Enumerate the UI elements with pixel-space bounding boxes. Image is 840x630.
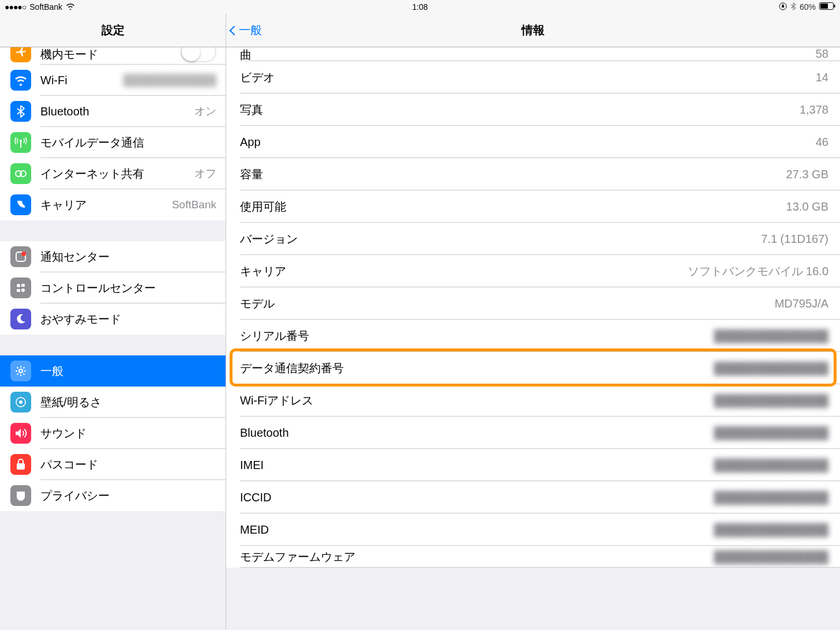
sidebar-item-hotspot[interactable]: インターネット共有オフ xyxy=(0,158,226,189)
back-button[interactable]: 一般 xyxy=(231,22,262,38)
sidebar-item-bluetooth[interactable]: Bluetoothオン xyxy=(0,96,226,127)
detail-value: 58 xyxy=(816,47,828,61)
svg-point-9 xyxy=(21,252,26,256)
svg-rect-13 xyxy=(21,284,25,287)
hotspot-icon xyxy=(10,163,31,184)
sidebar-item-passcode[interactable]: パスコード xyxy=(0,449,226,480)
sidebar-item-label: プライバシー xyxy=(40,488,216,504)
detail-label: シリアル番号 xyxy=(240,328,714,344)
detail-row-meid[interactable]: MEID██████████████ xyxy=(226,513,840,546)
detail-label: データ通信契約番号 xyxy=(240,361,714,376)
sidebar-item-value: ████████████ xyxy=(123,74,216,87)
sidebar-item-cellular[interactable]: モバイルデータ通信 xyxy=(0,127,226,158)
detail-pane: 一般 情報 曲58ビデオ14写真1,378App46容量27.3 GB使用可能1… xyxy=(226,14,840,630)
detail-value: 7.1 (11D167) xyxy=(761,232,828,246)
sidebar-item-value: SoftBank xyxy=(172,198,216,211)
detail-row-photos[interactable]: 写真1,378 xyxy=(226,93,840,126)
detail-row-videos[interactable]: ビデオ14 xyxy=(226,61,840,93)
svg-rect-2 xyxy=(820,3,828,9)
detail-value: ██████████████ xyxy=(714,459,828,472)
carrier-icon xyxy=(10,194,31,215)
detail-row-available[interactable]: 使用可能13.0 GB xyxy=(226,190,840,223)
sidebar-item-carrier[interactable]: キャリアSoftBank xyxy=(0,189,226,220)
detail-value: ██████████████ xyxy=(714,523,828,537)
clock: 1:08 xyxy=(412,2,427,12)
detail-row-version[interactable]: バージョン7.1 (11D167) xyxy=(226,223,840,255)
sidebar-item-notification[interactable]: 通知センター xyxy=(0,241,226,272)
detail-title: 情報 xyxy=(522,22,545,38)
detail-row-capacity[interactable]: 容量27.3 GB xyxy=(226,158,840,190)
detail-label: モデムファームウェア xyxy=(240,549,714,565)
detail-row-bluetooth-addr[interactable]: Bluetooth██████████████ xyxy=(226,417,840,449)
svg-rect-5 xyxy=(20,142,21,148)
detail-row-apps[interactable]: App46 xyxy=(226,126,840,158)
controlcenter-icon xyxy=(10,278,31,298)
svg-rect-12 xyxy=(17,289,20,292)
detail-value: 1,378 xyxy=(800,103,828,117)
sidebar-header: 設定 xyxy=(0,14,226,47)
detail-label: バージョン xyxy=(240,231,761,247)
sidebar-item-controlcenter[interactable]: コントロールセンター xyxy=(0,272,226,303)
detail-value: 13.0 GB xyxy=(786,200,828,213)
battery-icon xyxy=(819,2,835,12)
chevron-left-icon xyxy=(230,25,239,35)
sidebar-item-label: モバイルデータ通信 xyxy=(40,135,216,151)
toggle-switch[interactable] xyxy=(181,47,216,62)
detail-row-serial[interactable]: シリアル番号██████████████ xyxy=(226,320,840,352)
detail-value: ██████████████ xyxy=(714,394,828,407)
sidebar-item-label: 通知センター xyxy=(40,249,216,265)
cellular-icon xyxy=(10,132,31,153)
detail-value: ██████████████ xyxy=(714,329,828,343)
detail-value: ██████████████ xyxy=(714,550,828,564)
detail-label: モデル xyxy=(240,296,775,312)
detail-label: ビデオ xyxy=(240,70,816,85)
detail-label: Wi-Fiアドレス xyxy=(240,393,714,408)
detail-row-wifi-address[interactable]: Wi-Fiアドレス██████████████ xyxy=(226,384,840,417)
sidebar-item-wifi[interactable]: Wi-Fi████████████ xyxy=(0,65,226,96)
detail-row-model[interactable]: モデルMD795J/A xyxy=(226,287,840,320)
detail-row-imei[interactable]: IMEI██████████████ xyxy=(226,449,840,481)
detail-label: MEID xyxy=(240,523,714,537)
sidebar-item-label: コントロールセンター xyxy=(40,280,216,296)
detail-label: キャリア xyxy=(240,264,688,279)
sidebar-item-sounds[interactable]: サウンド xyxy=(0,418,226,449)
detail-row-carrier[interactable]: キャリアソフトバンクモバイル 16.0 xyxy=(226,255,840,287)
wifi-icon xyxy=(66,2,75,12)
detail-value: ██████████████ xyxy=(714,491,828,504)
detail-row-firmware[interactable]: モデムファームウェア██████████████ xyxy=(226,546,840,568)
detail-label: 写真 xyxy=(240,102,800,118)
bluetooth-icon xyxy=(790,2,796,12)
sidebar-item-label: 壁紙/明るさ xyxy=(40,395,216,410)
detail-label: 容量 xyxy=(240,167,786,182)
passcode-icon xyxy=(10,454,31,475)
sidebar-title: 設定 xyxy=(102,22,125,38)
sidebar-item-value: オン xyxy=(194,104,216,119)
detail-label: App xyxy=(240,136,816,149)
sidebar-item-privacy[interactable]: プライバシー xyxy=(0,480,226,511)
detail-value: 14 xyxy=(816,71,828,84)
sidebar-item-wallpaper[interactable]: 壁紙/明るさ xyxy=(0,387,226,418)
detail-value: ソフトバンクモバイル 16.0 xyxy=(688,264,828,279)
detail-label: ICCID xyxy=(240,491,714,504)
detail-value: ██████████████ xyxy=(714,426,828,440)
sidebar-item-label: サウンド xyxy=(40,426,216,441)
wifi-icon xyxy=(10,70,31,91)
sidebar-item-dnd[interactable]: おやすみモード xyxy=(0,303,226,335)
detail-value: 27.3 GB xyxy=(786,168,828,181)
detail-row-iccid[interactable]: ICCID██████████████ xyxy=(226,481,840,513)
sidebar-item-label: おやすみモード xyxy=(40,312,216,327)
dnd-icon xyxy=(10,309,31,329)
sidebar-item-label: キャリア xyxy=(40,197,172,213)
detail-row-data-contract[interactable]: データ通信契約番号██████████████ xyxy=(226,352,840,384)
back-label: 一般 xyxy=(239,22,262,38)
sidebar-item-airplane[interactable]: 機内モード xyxy=(0,47,226,65)
sidebar-item-general[interactable]: 一般 xyxy=(0,355,226,387)
battery-percent: 60% xyxy=(800,2,816,12)
svg-point-10 xyxy=(17,284,20,287)
svg-rect-3 xyxy=(834,5,835,7)
signal-strength: ●●●●○ xyxy=(5,2,26,12)
detail-label: 曲 xyxy=(240,47,816,61)
airplane-icon xyxy=(10,47,31,62)
detail-row-songs[interactable]: 曲58 xyxy=(226,47,840,61)
detail-label: IMEI xyxy=(240,459,714,472)
